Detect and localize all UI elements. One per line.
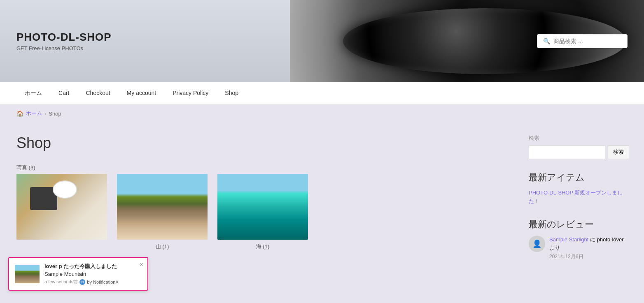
nav-item-checkout[interactable]: Checkout xyxy=(77,82,118,104)
notificationx-icon: N xyxy=(79,279,85,285)
main-nav: ホーム Cart Checkout My account Privacy Pol… xyxy=(0,82,644,105)
breadcrumb: 🏠 ホーム › Shop xyxy=(0,105,644,122)
notification-body: lover p たった今購入しました Sample Mountain a few… xyxy=(44,263,142,285)
reviews-title: 最新のレビュー xyxy=(529,218,628,231)
product-name-3: 海 xyxy=(256,243,261,250)
site-subtitle: GET Free-License PHOTOs xyxy=(16,45,112,51)
sidebar-reviews: 最新のレビュー 👤 Sample Starlight に photo-lover… xyxy=(529,218,628,261)
nav-item-privacy[interactable]: Privacy Policy xyxy=(164,82,217,104)
breadcrumb-current: Shop xyxy=(49,111,61,117)
notification-subtitle: Sample Mountain xyxy=(44,271,142,277)
product-card-1[interactable] xyxy=(16,174,107,250)
notification-time: a few seconds前 xyxy=(44,279,78,285)
notification-popup: lover p たった今購入しました Sample Mountain a few… xyxy=(8,257,148,291)
review-date: 2021年12月6日 xyxy=(549,254,583,259)
nav-item-cart[interactable]: Cart xyxy=(50,82,77,104)
nav-list: ホーム Cart Checkout My account Privacy Pol… xyxy=(16,82,628,104)
latest-items-title: 最新アイテム xyxy=(529,171,628,184)
home-icon: 🏠 xyxy=(16,110,23,117)
nav-link-checkout[interactable]: Checkout xyxy=(77,82,118,104)
notification-footer: a few seconds前 N by NotificationX xyxy=(44,279,142,285)
latest-items-link[interactable]: PHOTO-DL-SHOP 新規オープンしました！ xyxy=(529,190,623,204)
review-item: 👤 Sample Starlight に photo-lover より 2021… xyxy=(529,236,628,261)
sidebar: 検索 検索 最新アイテム PHOTO-DL-SHOP 新規オープンしました！ 最… xyxy=(529,134,628,303)
nav-item-shop[interactable]: Shop xyxy=(217,82,247,104)
product-img-desk xyxy=(16,174,107,240)
sidebar-latest-items: 最新アイテム PHOTO-DL-SHOP 新規オープンしました！ xyxy=(529,171,628,206)
site-title: PHOTO-DL-SHOP xyxy=(16,31,112,44)
header-search-box[interactable]: 🔍 xyxy=(537,34,628,48)
notification-title: lover p たった今購入しました xyxy=(44,263,142,270)
breadcrumb-separator: › xyxy=(44,111,46,117)
nav-link-privacy[interactable]: Privacy Policy xyxy=(164,82,217,104)
notification-image xyxy=(15,265,40,283)
product-label-3: 海 (1) xyxy=(217,243,308,250)
nav-link-home[interactable]: ホーム xyxy=(16,82,50,104)
nav-item-myaccount[interactable]: My account xyxy=(119,82,165,104)
sidebar-search-title: 検索 xyxy=(529,134,628,142)
product-name-2: 山 xyxy=(156,243,161,250)
review-text: Sample Starlight に photo-lover より 2021年1… xyxy=(549,236,628,261)
product-image-3 xyxy=(217,174,308,240)
sidebar-search-input[interactable] xyxy=(529,145,605,159)
product-card-2[interactable]: 山 (1) xyxy=(117,174,208,250)
avatar: 👤 xyxy=(529,236,545,252)
sidebar-search-row: 検索 xyxy=(529,145,628,159)
breadcrumb-home-link[interactable]: ホーム xyxy=(26,110,42,117)
sidebar-search-section: 検索 検索 xyxy=(529,134,628,159)
product-label-2: 山 (1) xyxy=(117,243,208,250)
notification-close-button[interactable]: × xyxy=(140,261,143,268)
search-icon: 🔍 xyxy=(543,38,550,44)
product-card-3[interactable]: 海 (1) xyxy=(217,174,308,250)
header-content: PHOTO-DL-SHOP GET Free-License PHOTOs 🔍 xyxy=(0,0,644,82)
nav-link-myaccount[interactable]: My account xyxy=(119,82,165,104)
photo-category-label: 写真 (3) xyxy=(16,164,512,171)
nav-item-home[interactable]: ホーム xyxy=(16,82,50,104)
product-img-ocean xyxy=(217,174,308,240)
product-image-1 xyxy=(16,174,107,240)
notification-brand: by NotificationX xyxy=(87,280,118,284)
product-grid: 山 (1) 海 (1) xyxy=(16,174,512,250)
sidebar-search-button[interactable]: 検索 xyxy=(608,145,629,159)
product-count-3: (1) xyxy=(263,243,269,250)
reviewer-link[interactable]: Sample Starlight xyxy=(549,236,588,243)
header-search-input[interactable] xyxy=(553,38,621,44)
product-image-2 xyxy=(117,174,208,240)
nav-link-cart[interactable]: Cart xyxy=(50,82,77,104)
product-img-mountain xyxy=(117,174,208,240)
product-count-2: (1) xyxy=(162,243,169,250)
site-header: PHOTO-DL-SHOP GET Free-License PHOTOs 🔍 xyxy=(0,0,644,82)
page-title: Shop xyxy=(16,134,512,152)
nav-link-shop[interactable]: Shop xyxy=(217,82,247,104)
site-branding: PHOTO-DL-SHOP GET Free-License PHOTOs xyxy=(16,31,112,51)
